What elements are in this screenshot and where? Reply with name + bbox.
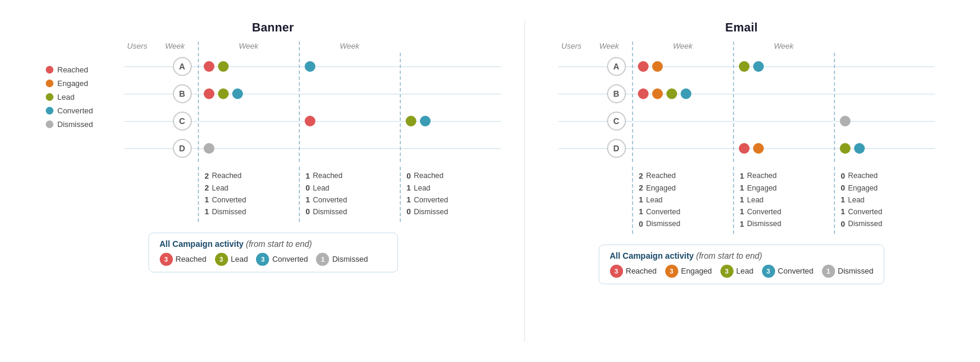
email-users-col-header: Users Week [549, 42, 632, 50]
banner-title: Banner [252, 21, 294, 34]
dot-email-w2-D-orange [753, 143, 764, 154]
email-week3-col [834, 53, 935, 162]
dot-banner-w1-B-teal [232, 88, 243, 99]
dot-banner-w1-D-gray [204, 143, 214, 154]
email-stat-w3-reached: 0 Reached [841, 170, 929, 182]
legend-reached: Reached [46, 65, 105, 74]
email-stat-w1-dismissed: 0 Dismissed [639, 218, 727, 230]
banner-user-D: D [115, 135, 198, 162]
banner-w2-A [300, 53, 400, 80]
banner-camp-item-converted: 3 Converted [256, 253, 308, 266]
banner-w2-A-dots [305, 61, 315, 72]
email-w3-D-dots [840, 143, 865, 154]
banner-stat-w1-dismissed: 1 Dismissed [205, 206, 293, 218]
email-user-label-B: B [607, 84, 626, 103]
email-stat-w1-reached: 2 Reached [639, 170, 727, 182]
email-w1-B [633, 80, 733, 107]
email-w2-C [734, 107, 834, 135]
banner-stat-w2-converted: 1 Converted [306, 194, 394, 206]
dot-email-w1-B-orange [652, 88, 663, 99]
email-w1-B-dots [638, 88, 691, 99]
dot-banner-w2-A-teal [305, 61, 315, 72]
banner-w1-C [199, 107, 299, 135]
email-w3-B [835, 80, 935, 107]
banner-stats-week2: 1 Reached 0 Lead 1 Converted 0 [299, 167, 400, 222]
banner-w1-B-dots [204, 88, 243, 99]
banner-camp-label-lead: Lead [231, 255, 248, 263]
email-header-week0: Week [599, 42, 619, 50]
banner-stats-week3: 0 Reached 1 Lead 1 Converted 0 [400, 167, 501, 222]
banner-campaign-title: All Campaign activity (from start to end… [160, 239, 387, 249]
banner-col-headers: Users Week Week Week [115, 42, 501, 50]
email-title: Email [725, 21, 758, 34]
email-campaign-box: All Campaign activity (from start to end… [599, 244, 885, 284]
legend-dot-engaged [46, 80, 53, 87]
email-w3-C-dots [840, 116, 851, 126]
email-w2-D [734, 135, 834, 162]
banner-stat-w2-lead: 0 Lead [306, 182, 394, 194]
legend-label-engaged: Engaged [58, 79, 88, 88]
email-camp-badge-dismissed: 1 [822, 265, 835, 278]
banner-w3-B [401, 80, 501, 107]
email-w1-C [633, 107, 733, 135]
email-camp-item-lead: 3 Lead [720, 265, 754, 278]
main-container: Banner Reached Engaged Lead Conver [34, 15, 947, 347]
banner-camp-item-lead: 3 Lead [215, 253, 248, 266]
email-stat-w1-lead: 1 Lead [639, 194, 727, 206]
banner-stat-w3-reached: 0 Reached [407, 170, 495, 182]
banner-users-col: A B C D [115, 53, 198, 162]
dot-banner-w1-A-red [204, 61, 214, 72]
legend-dot-converted [46, 107, 53, 115]
dot-banner-w3-C-olive [406, 116, 416, 126]
legend-lead: Lead [46, 93, 105, 101]
email-stat-w2-reached: 1 Reached [740, 170, 828, 182]
legend-dismissed: Dismissed [46, 120, 105, 129]
email-w1-A-dots [638, 61, 663, 72]
banner-w2-C-dots [305, 116, 315, 126]
email-campaign-title-italic: (from start to end) [696, 251, 762, 261]
dot-email-w1-A-red [638, 61, 649, 72]
banner-w1-B [199, 80, 299, 107]
email-w2-D-dots [739, 143, 764, 154]
banner-user-label-C: C [173, 112, 192, 131]
banner-w1-D-dots [204, 143, 214, 154]
legend-label-lead: Lead [58, 93, 75, 101]
email-camp-badge-engaged: 3 [665, 265, 678, 278]
banner-camp-item-reached: 3 Reached [160, 253, 207, 266]
banner-campaign-title-italic: (from start to end) [246, 239, 312, 249]
banner-w3-A [401, 53, 501, 80]
email-user-D: D [549, 135, 632, 162]
banner-stat-w2-dismissed: 0 Dismissed [306, 206, 394, 218]
banner-stat-w1-converted: 1 Converted [205, 194, 293, 206]
banner-campaign-box: All Campaign activity (from start to end… [148, 233, 398, 272]
email-w1-A [633, 53, 733, 80]
banner-panel: Banner Reached Engaged Lead Conver [46, 21, 501, 272]
banner-user-A: A [115, 53, 198, 80]
banner-w1-A [199, 53, 299, 80]
banner-user-label-D: D [173, 139, 192, 158]
email-user-label-A: A [607, 57, 626, 76]
banner-header-week1: Week [198, 42, 299, 50]
legend-engaged: Engaged [46, 79, 105, 88]
email-user-C: C [549, 107, 632, 135]
email-camp-badge-converted: 3 [762, 265, 775, 278]
banner-w1-D [199, 135, 299, 162]
email-user-label-C: C [607, 112, 626, 131]
banner-camp-item-dismissed: 1 Dismissed [316, 253, 368, 266]
email-camp-item-dismissed: 1 Dismissed [822, 265, 874, 278]
email-w2-B [734, 80, 834, 107]
legend-label-converted: Converted [58, 106, 93, 115]
email-stat-w3-converted: 1 Converted [841, 206, 929, 218]
email-camp-badge-lead: 3 [720, 265, 734, 278]
dot-banner-w2-C-red [305, 116, 315, 126]
email-header-week2: Week [733, 42, 834, 50]
email-stats-area: 2 Reached 2 Engaged 1 Lead 1 [549, 167, 935, 234]
banner-camp-badge-reached: 3 [160, 253, 173, 266]
banner-camp-label-reached: Reached [176, 255, 207, 263]
banner-grid: Users Week Week Week A B [115, 42, 501, 222]
banner-user-label-B: B [173, 84, 192, 103]
email-week1-col [632, 53, 733, 162]
banner-camp-badge-converted: 3 [256, 253, 269, 266]
banner-stat-w3-dismissed: 0 Dismissed [407, 206, 495, 218]
email-w3-A [835, 53, 935, 80]
